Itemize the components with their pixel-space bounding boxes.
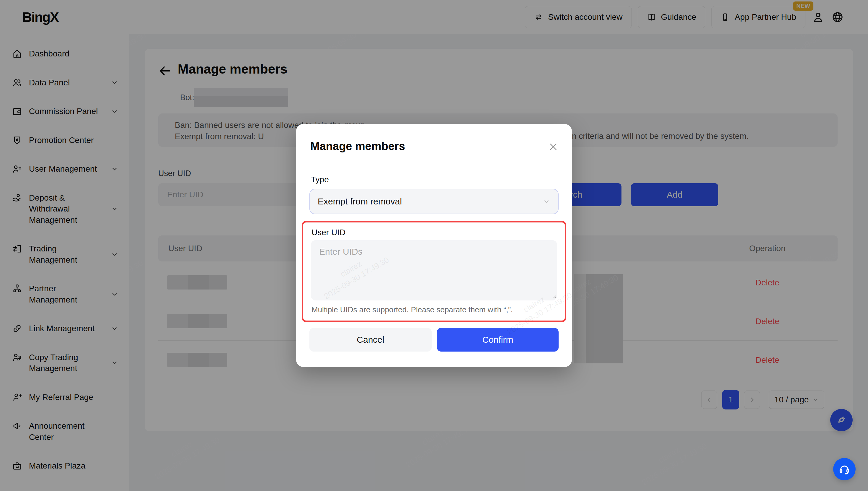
chevron-down-icon: [542, 198, 550, 205]
confirm-button[interactable]: Confirm: [437, 328, 559, 352]
modal-title: Manage members: [310, 140, 405, 153]
modal-user-uid-label: User UID: [311, 228, 345, 237]
support-headset-button[interactable]: [833, 458, 856, 480]
type-select-value: Exempt from removal: [318, 197, 402, 206]
cancel-button[interactable]: Cancel: [309, 328, 432, 352]
manage-members-modal: Manage members Type Exempt from removal …: [296, 124, 572, 367]
close-icon[interactable]: [548, 141, 559, 152]
uids-helper-text: Multiple UIDs are supported. Please sepa…: [311, 305, 513, 314]
type-select[interactable]: Exempt from removal: [309, 189, 559, 214]
headset-icon: [838, 463, 850, 475]
type-label: Type: [311, 175, 329, 184]
